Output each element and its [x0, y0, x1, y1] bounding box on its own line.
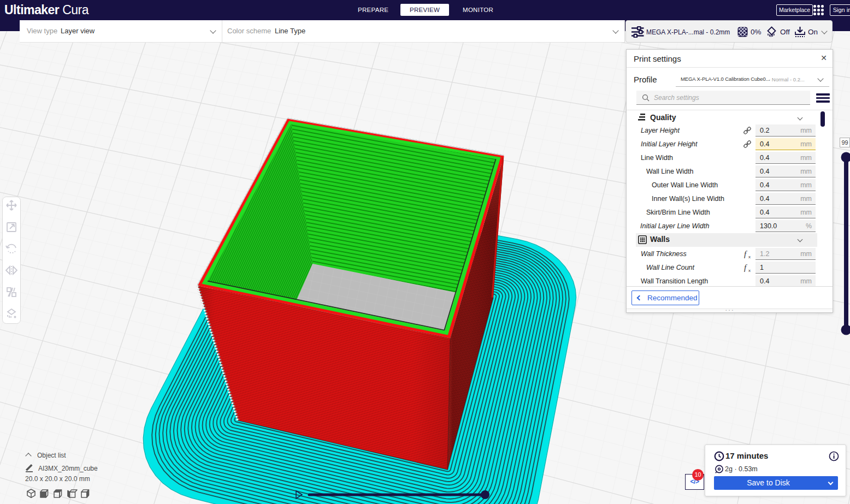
svg-text:f: f [744, 263, 747, 272]
svg-text:x: x [748, 268, 751, 272]
svg-text:f: f [744, 250, 747, 258]
svg-text:x: x [748, 254, 751, 259]
